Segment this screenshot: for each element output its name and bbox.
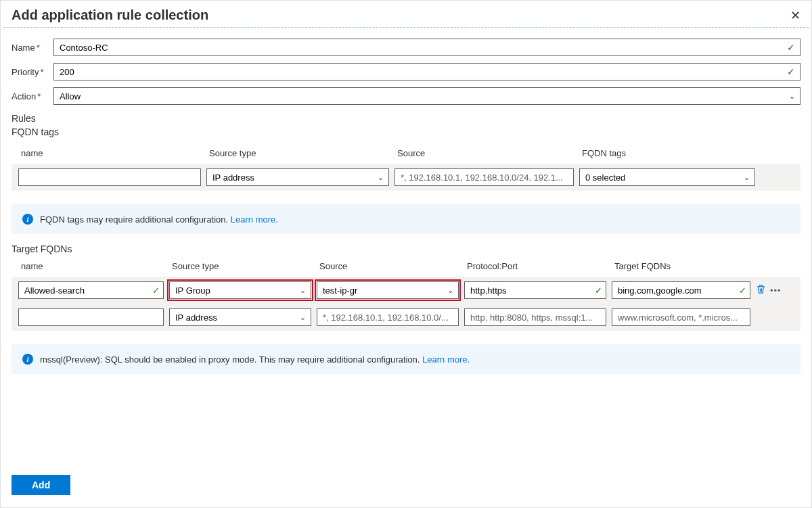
target-fqdns-title: Target FQDNs bbox=[12, 244, 800, 254]
panel-title: Add application rule collection bbox=[12, 7, 208, 23]
name-field-row: Name* ✓ bbox=[12, 39, 800, 56]
required-asterisk: * bbox=[37, 43, 40, 53]
col-targets: Target FQDNs bbox=[612, 257, 750, 277]
fqdn-tag-name-input[interactable] bbox=[18, 168, 201, 186]
rule-targets-input[interactable] bbox=[612, 281, 750, 299]
close-icon[interactable]: ✕ bbox=[790, 9, 800, 22]
col-name: name bbox=[18, 144, 201, 164]
action-label: Action* bbox=[12, 91, 53, 101]
fqdn-tag-source-input[interactable] bbox=[394, 168, 574, 186]
priority-field-row: Priority* ✓ bbox=[12, 63, 800, 80]
target-fqdns-row: ✓ ⌄ ⌄ ✓ ✓ ••• bbox=[12, 277, 800, 304]
col-source: Source bbox=[394, 144, 574, 164]
col-source: Source bbox=[317, 257, 459, 277]
rule-source-type-select[interactable] bbox=[169, 308, 311, 326]
header-divider bbox=[3, 27, 809, 28]
target-fqdns-headers: name Source type Source Protocol:Port Ta… bbox=[12, 257, 800, 277]
name-input[interactable] bbox=[53, 39, 800, 56]
priority-label-text: Priority bbox=[12, 67, 39, 77]
fqdn-tag-tags-select[interactable] bbox=[579, 168, 755, 186]
required-asterisk: * bbox=[40, 67, 43, 77]
fqdn-tags-row: ⌄ ⌄ bbox=[12, 164, 800, 191]
fqdn-tags-title: FQDN tags bbox=[12, 126, 800, 137]
rule-name-input[interactable] bbox=[18, 281, 164, 299]
learn-more-link[interactable]: Learn more. bbox=[422, 354, 470, 365]
name-label-text: Name bbox=[12, 43, 35, 53]
priority-label: Priority* bbox=[12, 67, 53, 77]
rule-protocol-input[interactable] bbox=[464, 281, 606, 299]
col-source-type: Source type bbox=[206, 144, 389, 164]
rule-source-select[interactable] bbox=[317, 281, 459, 299]
action-field-row: Action* ⌄ bbox=[12, 87, 800, 105]
name-label: Name* bbox=[12, 43, 53, 53]
add-rule-collection-panel: Add application rule collection ✕ Name* … bbox=[0, 0, 812, 508]
learn-more-link[interactable]: Learn more. bbox=[231, 214, 278, 225]
info-icon: i bbox=[22, 354, 33, 365]
info-text: mssql(Preview): SQL should be enabled in… bbox=[40, 354, 420, 365]
panel-content: Name* ✓ Priority* ✓ Action* ⌄ bbox=[1, 39, 811, 465]
fqdn-tags-headers: name Source type Source FQDN tags bbox=[12, 144, 800, 164]
rule-name-input[interactable] bbox=[18, 308, 164, 326]
required-asterisk: * bbox=[37, 91, 41, 101]
more-icon[interactable]: ••• bbox=[770, 285, 782, 296]
add-button[interactable]: Add bbox=[12, 475, 70, 495]
target-fqdns-info-banner: i mssql(Preview): SQL should be enabled … bbox=[12, 344, 800, 374]
fqdn-tags-info-banner: i FQDN tags may require additional confi… bbox=[12, 204, 800, 234]
rule-source-type-select[interactable] bbox=[169, 281, 311, 299]
panel-header: Add application rule collection ✕ bbox=[1, 1, 811, 27]
action-label-text: Action bbox=[12, 91, 36, 101]
rules-section-label: Rules bbox=[12, 113, 800, 124]
col-fqdn-tags: FQDN tags bbox=[579, 144, 755, 164]
rule-protocol-input[interactable] bbox=[464, 308, 606, 326]
fqdn-tag-source-type-select[interactable] bbox=[206, 168, 389, 186]
col-protocol: Protocol:Port bbox=[464, 257, 606, 277]
col-name: name bbox=[18, 257, 164, 277]
info-text: FQDN tags may require additional configu… bbox=[40, 214, 228, 225]
col-source-type: Source type bbox=[169, 257, 311, 277]
info-icon: i bbox=[22, 214, 33, 225]
rule-source-input[interactable] bbox=[317, 308, 459, 326]
delete-icon[interactable] bbox=[756, 284, 766, 296]
rule-targets-input[interactable] bbox=[612, 308, 750, 326]
action-select[interactable] bbox=[53, 87, 800, 105]
panel-footer: Add bbox=[1, 465, 811, 507]
row-actions: ••• bbox=[756, 284, 786, 296]
priority-input[interactable] bbox=[53, 63, 800, 80]
target-fqdns-row: ⌄ bbox=[12, 304, 800, 331]
